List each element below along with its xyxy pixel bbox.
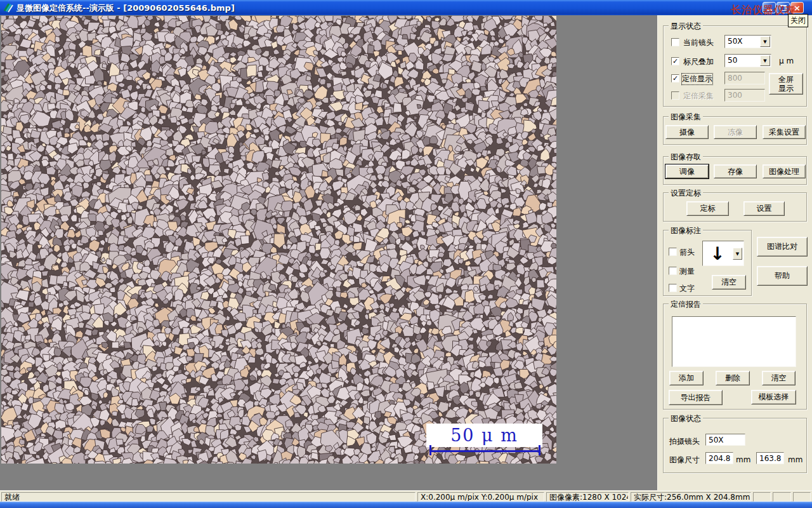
status-image-pixels: 图像像素:1280 X 1024 [546, 492, 629, 502]
scale-unit-label: μ m [779, 57, 794, 65]
calibration-settings-button[interactable]: 设置 [743, 201, 785, 216]
load-image-button[interactable]: 调像 [665, 164, 709, 178]
fixed-capture-checkbox [671, 91, 679, 100]
fullscreen-button-line1: 全屏 [778, 75, 794, 84]
group-image-capture: 图像采集 摄像 冻像 采集设置 [663, 116, 807, 145]
image-width-unit: mm [736, 455, 750, 464]
fixed-display-checkbox[interactable]: ✓ [671, 74, 679, 83]
atlas-compare-button[interactable]: 图谱比对 [757, 237, 808, 257]
scalebar-left-cap [429, 445, 431, 455]
scalebar-overlay: 50 μ m [426, 424, 542, 447]
scalebar-right-cap [539, 445, 540, 455]
status-actual-size: 实际尺寸:256.0mm X 204.8mm [631, 492, 751, 502]
current-lens-label: 当前镜头 [683, 37, 714, 48]
dropdown-arrow-icon[interactable]: ▼ [733, 248, 742, 260]
scalebar-line [429, 450, 540, 452]
calibrate-button[interactable]: 定标 [686, 201, 729, 216]
measure-label: 测量 [679, 266, 695, 277]
group-image-storage-legend: 图像存取 [669, 152, 703, 163]
group-image-status-legend: 图像状态 [669, 413, 703, 424]
freeze-button: 冻像 [714, 125, 757, 139]
report-clear-button[interactable]: 清空 [762, 371, 796, 385]
image-height-field: 163.8 [756, 452, 784, 464]
group-image-capture-legend: 图像采集 [669, 112, 703, 123]
status-extra-pane [753, 492, 771, 502]
fullscreen-button[interactable]: 全屏 显示 [769, 73, 803, 95]
close-button[interactable]: × [790, 2, 804, 13]
micrograph-image[interactable] [1, 16, 556, 464]
group-display-status-legend: 显示状态 [669, 21, 703, 32]
arrow-label: 箭头 [679, 247, 695, 258]
current-lens-checkbox[interactable] [671, 38, 679, 46]
group-report-legend: 定倍报告 [669, 299, 703, 310]
capture-button[interactable]: 摄像 [665, 125, 709, 139]
taskbar-edge [0, 502, 812, 508]
template-select-button[interactable]: 模板选择 [751, 390, 796, 404]
status-pixel-scale: X:0.200μ m/pix Y:0.200μ m/pix [417, 492, 544, 502]
control-panel: 显示状态 当前镜头 50X ▼ ✓ 标尺叠加 50 ▼ μ m ✓ 定倍显示 8… [657, 15, 812, 490]
titlebar: 显微图像定倍系统--演示版 - [20090602055646.bmp] × 长… [0, 0, 812, 15]
report-delete-button[interactable]: 删除 [716, 371, 750, 385]
group-image-status: 图像状态 拍摄镜头 50X 图像尺寸 204.8 mm 163.8 mm [663, 418, 807, 473]
export-report-button[interactable]: 导出报告 [669, 390, 723, 405]
group-image-storage: 图像存取 调像 存像 图像处理 [663, 156, 807, 185]
scale-overlay-label: 标尺叠加 [683, 57, 714, 67]
scale-combobox[interactable]: 50 ▼ [724, 54, 771, 67]
group-display-status: 显示状态 当前镜头 50X ▼ ✓ 标尺叠加 50 ▼ μ m ✓ 定倍显示 8… [663, 25, 807, 107]
group-calibration-legend: 设置定标 [669, 188, 703, 199]
image-height-unit: mm [788, 455, 802, 464]
status-extra-pane [793, 492, 811, 502]
group-calibration: 设置定标 定标 设置 [663, 192, 807, 222]
dropdown-arrow-icon[interactable]: ▼ [760, 55, 770, 66]
status-ready: 就绪 [1, 492, 416, 502]
lens-combobox-value: 50X [728, 37, 743, 46]
group-report: 定倍报告 添加 删除 清空 导出报告 模板选择 [663, 304, 807, 410]
measure-checkbox[interactable] [669, 267, 677, 275]
status-extra-pane [773, 492, 791, 502]
fixed-display-field: 800 [724, 72, 765, 84]
minimize-icon [766, 9, 772, 11]
text-checkbox[interactable] [669, 284, 677, 292]
report-add-button[interactable]: 添加 [669, 371, 704, 385]
scalebar-label: 50 μ m [450, 425, 518, 445]
shoot-lens-label: 拍摄镜头 [669, 436, 700, 447]
close-tooltip: 关闭 [788, 14, 808, 27]
scale-combobox-value: 50 [728, 56, 737, 65]
lens-combobox[interactable]: 50X ▼ [724, 35, 771, 48]
save-image-button[interactable]: 存像 [714, 164, 757, 178]
report-listbox[interactable] [672, 316, 796, 367]
restore-icon [780, 5, 787, 11]
group-annotation: 图像标注 箭头 ↓ ▼ 测量 文字 清空 [663, 230, 752, 296]
shoot-lens-field: 50X [705, 434, 745, 446]
dropdown-arrow-icon[interactable]: ▼ [760, 36, 770, 47]
group-annotation-legend: 图像标注 [669, 225, 703, 236]
close-icon: × [794, 4, 801, 12]
restore-button[interactable] [776, 2, 790, 13]
scale-overlay-checkbox[interactable]: ✓ [671, 57, 679, 65]
text-label: 文字 [679, 283, 695, 294]
fixed-capture-label: 定倍采集 [683, 91, 714, 102]
arrow-style-combobox[interactable]: ↓ ▼ [702, 241, 744, 266]
image-process-button[interactable]: 图像处理 [763, 164, 806, 178]
capture-settings-button[interactable]: 采集设置 [763, 125, 806, 139]
image-size-label: 图像尺寸 [669, 455, 700, 465]
fixed-display-label: 定倍显示 [682, 74, 712, 84]
help-button[interactable]: 帮助 [757, 266, 808, 286]
clear-annotation-button[interactable]: 清空 [712, 275, 746, 290]
app-icon [3, 3, 13, 13]
window-title: 显微图像定倍系统--演示版 - [20090602055646.bmp] [16, 3, 235, 14]
minimize-button[interactable] [763, 2, 776, 13]
arrow-down-icon: ↓ [703, 241, 732, 265]
status-bar: 就绪 X:0.200μ m/pix Y:0.200μ m/pix 图像像素:12… [0, 490, 812, 502]
fixed-capture-field: 300 [724, 89, 765, 102]
image-width-field: 204.8 [705, 452, 733, 464]
arrow-checkbox[interactable] [669, 248, 677, 256]
fullscreen-button-line2: 显示 [778, 84, 794, 93]
